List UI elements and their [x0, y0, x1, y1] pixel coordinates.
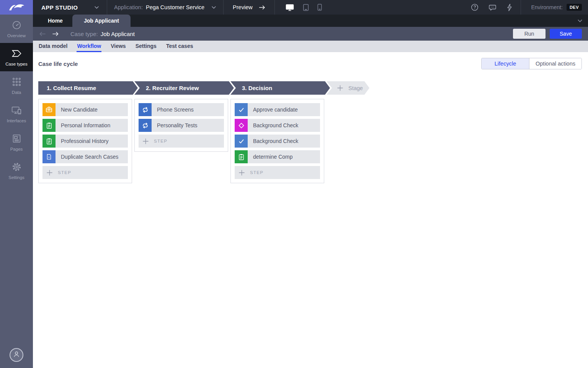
- sidebar-item-label: Settings: [8, 175, 24, 180]
- step-background-check[interactable]: Background Check: [235, 119, 320, 132]
- help-icon[interactable]: [466, 0, 483, 15]
- pega-logo-icon[interactable]: [0, 0, 33, 15]
- stage-chevron-2-recruiter-review[interactable]: 2. Recruiter Review: [134, 81, 234, 95]
- tab-job-applicant[interactable]: Job Applicant: [72, 15, 131, 27]
- sidebar-item-interfaces[interactable]: Interfaces: [0, 100, 33, 128]
- briefcase-icon: [42, 103, 56, 116]
- application-selector[interactable]: Application: Pega Customer Service: [107, 0, 223, 15]
- stages-row: 1. Collect Resume2. Recruiter Review3. D…: [33, 81, 588, 95]
- step-label: Background Check: [248, 119, 320, 132]
- sidebar-item-settings[interactable]: Settings: [0, 156, 33, 185]
- case-types-icon: [11, 48, 23, 59]
- add-step-button[interactable]: STEP: [235, 166, 320, 179]
- step-label: Background Check: [248, 135, 320, 148]
- application-value: Pega Customer Service: [146, 4, 204, 10]
- feedback-chat-icon[interactable]: [483, 0, 501, 15]
- data-grid-icon: [11, 77, 22, 87]
- environment-indicator: Environment: DEV: [521, 0, 588, 15]
- interfaces-icon: [11, 105, 22, 116]
- save-button[interactable]: Save: [550, 29, 582, 39]
- app-studio-menu[interactable]: APP STUDIO: [33, 0, 107, 15]
- stage-chevron-3-decision[interactable]: 3. Decision: [230, 81, 330, 95]
- tab-overflow-chevron-icon[interactable]: [577, 15, 583, 27]
- tab-label: Job Applicant: [84, 18, 119, 24]
- tab-label: Home: [48, 18, 63, 24]
- sidebar-item-case-types[interactable]: Case types: [0, 43, 33, 71]
- toggle-optional-actions[interactable]: Optional actions: [529, 58, 581, 69]
- step-professoinal-history[interactable]: Professoinal History: [42, 135, 128, 148]
- user-avatar[interactable]: [10, 348, 23, 362]
- clipboard-icon: [235, 150, 248, 163]
- plus-icon: [238, 169, 245, 176]
- step-approve-candidate[interactable]: Approve candidate: [235, 103, 320, 116]
- stage-chevron-1-collect-resume[interactable]: 1. Collect Resume: [38, 81, 138, 95]
- case-type-heading: Case type: Job Applicant: [70, 31, 135, 37]
- subtab-test-cases[interactable]: Test cases: [166, 41, 194, 52]
- subtab-views[interactable]: Views: [110, 41, 126, 52]
- plus-icon: [142, 138, 149, 145]
- lightning-icon[interactable]: [501, 0, 518, 15]
- step-new-candidate[interactable]: New Candidate: [42, 103, 128, 116]
- step-duplicate-search-cases[interactable]: Duplicate Search Cases: [42, 150, 128, 163]
- step-label: determine Comp: [248, 150, 320, 163]
- step-label: Personal Information: [56, 119, 128, 132]
- step-personality-tests[interactable]: Personality Tests: [139, 119, 224, 132]
- step-background-check[interactable]: Background Check: [235, 135, 320, 148]
- repeat-icon: [139, 103, 152, 116]
- check-icon: [235, 103, 248, 116]
- sidebar-item-overview[interactable]: Overview: [0, 15, 33, 43]
- tab-bar: HomeJob Applicant: [33, 15, 588, 27]
- preview-button[interactable]: Preview: [224, 0, 274, 15]
- add-step-button[interactable]: STEP: [42, 166, 128, 179]
- case-type-value: Job Applicant: [101, 31, 135, 37]
- add-step-label: STEP: [58, 170, 71, 175]
- case-header: Case type: Job Applicant Run Save: [33, 27, 588, 41]
- step-label: Professoinal History: [56, 135, 128, 148]
- subtab-label: Views: [111, 43, 126, 49]
- plus-icon: [336, 84, 344, 92]
- sidebar-item-pages[interactable]: Pages: [0, 128, 33, 156]
- topbar-right-group: Environment: DEV: [466, 0, 588, 15]
- subtab-label: Workflow: [77, 43, 101, 49]
- app-studio-title: APP STUDIO: [41, 4, 78, 11]
- device-preview-group: [275, 0, 332, 15]
- sidebar-item-label: Case types: [5, 62, 28, 66]
- step-phone-screens[interactable]: Phone Screens: [139, 103, 224, 116]
- add-stage-label: Stage: [348, 85, 363, 91]
- subtab-workflow[interactable]: Workflow: [77, 41, 101, 52]
- topbar: APP STUDIO Application: Pega Customer Se…: [0, 0, 588, 15]
- subtab-data-model[interactable]: Data model: [38, 41, 68, 52]
- tablet-preview-button[interactable]: [299, 4, 313, 11]
- tab-home[interactable]: Home: [38, 15, 72, 27]
- run-button[interactable]: Run: [513, 29, 546, 39]
- lifecycle-toggle-group: LifecycleOptional actions: [481, 58, 582, 69]
- add-stage-button[interactable]: Stage: [327, 81, 369, 95]
- step-personal-information[interactable]: Personal Information: [42, 119, 128, 132]
- pages-icon: [11, 133, 22, 144]
- stage-name: 2. Recruiter Review: [134, 85, 199, 91]
- toggle-lifecycle[interactable]: Lifecycle: [482, 58, 529, 69]
- desktop-preview-button[interactable]: [281, 4, 299, 11]
- document-icon: [42, 150, 56, 163]
- environment-label: Environment:: [531, 4, 562, 10]
- person-icon: [12, 350, 21, 360]
- step-label: Approve candidate: [248, 103, 320, 116]
- subtab-settings[interactable]: Settings: [135, 41, 157, 52]
- add-step-label: STEP: [154, 139, 167, 143]
- stage-steps-card-1-collect-resume: New CandidatePersonal InformationProfess…: [38, 99, 132, 183]
- add-step-label: STEP: [250, 170, 263, 175]
- stage-steps-card-3-decision: Approve candidateBackground CheckBackgro…: [230, 99, 324, 183]
- gauge-icon: [11, 20, 22, 31]
- step-label: Phone Screens: [152, 103, 224, 116]
- stage-columns: New CandidatePersonal InformationProfess…: [33, 99, 588, 183]
- subtab-bar: Data modelWorkflowViewsSettingsTest case…: [33, 41, 588, 52]
- back-arrow-icon[interactable]: [39, 31, 46, 36]
- step-label: New Candidate: [56, 103, 128, 116]
- add-step-button[interactable]: STEP: [139, 135, 224, 148]
- mobile-preview-button[interactable]: [313, 4, 326, 11]
- sidebar-item-data[interactable]: Data: [0, 71, 33, 100]
- forward-arrow-icon[interactable]: [52, 31, 59, 36]
- step-determine-comp[interactable]: determine Comp: [235, 150, 320, 163]
- repeat-icon: [139, 119, 152, 132]
- step-label: Duplicate Search Cases: [56, 150, 128, 163]
